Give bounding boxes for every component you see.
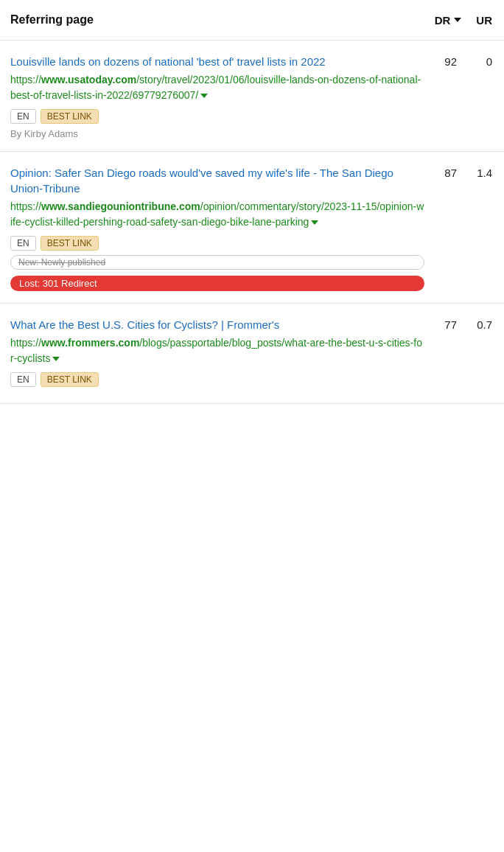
- table-header: Referring page DR UR: [0, 0, 504, 41]
- tag-row: EN BEST LINK: [10, 236, 424, 251]
- column-referring-page: Referring page: [10, 13, 94, 27]
- page-title[interactable]: What Are the Best U.S. Cities for Cyclis…: [10, 317, 424, 332]
- row-content: Louisville lands on dozens of national '…: [10, 54, 424, 139]
- row-metrics: 92 0: [433, 54, 492, 68]
- dr-value: 77: [436, 318, 457, 331]
- tag-row: EN BEST LINK: [10, 109, 424, 124]
- dr-value: 92: [436, 55, 457, 68]
- ur-value: 1.4: [472, 167, 492, 179]
- table-row: Louisville lands on dozens of national '…: [0, 41, 504, 152]
- url-domain: www.frommers.com: [41, 337, 139, 349]
- lang-tag: EN: [10, 236, 36, 251]
- page-url[interactable]: https://www.sandiegouniontribune.com/opi…: [10, 199, 424, 230]
- column-ur: UR: [476, 14, 492, 27]
- url-domain: www.usatoday.com: [41, 74, 136, 85]
- best-link-tag: BEST LINK: [41, 372, 99, 387]
- row-content: What Are the Best U.S. Cities for Cyclis…: [10, 317, 424, 391]
- row-content: Opinion: Safer San Diego roads would've …: [10, 165, 424, 291]
- status-new-badge: New: Newly published: [10, 255, 424, 270]
- column-dr[interactable]: DR: [435, 14, 462, 27]
- status-lost-badge: Lost: 301 Redirect: [10, 276, 424, 291]
- table-row: Opinion: Safer San Diego roads would've …: [0, 152, 504, 304]
- table-row: What Are the Best U.S. Cities for Cyclis…: [0, 304, 504, 404]
- tag-row: EN BEST LINK: [10, 372, 424, 387]
- page-url[interactable]: https://www.usatoday.com/story/travel/20…: [10, 72, 424, 103]
- url-domain: www.sandiegouniontribune.com: [41, 200, 200, 212]
- page-title[interactable]: Louisville lands on dozens of national '…: [10, 54, 424, 69]
- best-link-tag: BEST LINK: [41, 109, 99, 124]
- lang-tag: EN: [10, 372, 36, 387]
- url-dropdown-icon[interactable]: [311, 220, 318, 225]
- ur-value: 0: [472, 55, 492, 68]
- sort-arrow-icon: [454, 18, 461, 22]
- author-line: By Kirby Adams: [10, 128, 424, 139]
- page-title[interactable]: Opinion: Safer San Diego roads would've …: [10, 165, 424, 196]
- url-prefix: https://: [10, 200, 41, 212]
- dr-value: 87: [436, 167, 457, 179]
- page-url[interactable]: https://www.frommers.com/blogs/passporta…: [10, 335, 424, 366]
- best-link-tag: BEST LINK: [41, 236, 99, 251]
- lang-tag: EN: [10, 109, 36, 124]
- ur-value: 0.7: [472, 318, 492, 331]
- url-dropdown-icon[interactable]: [200, 94, 208, 98]
- url-prefix: https://: [10, 337, 41, 349]
- url-prefix: https://: [10, 74, 41, 85]
- row-metrics: 87 1.4: [433, 165, 492, 179]
- url-dropdown-icon[interactable]: [52, 357, 60, 361]
- row-metrics: 77 0.7: [433, 317, 492, 331]
